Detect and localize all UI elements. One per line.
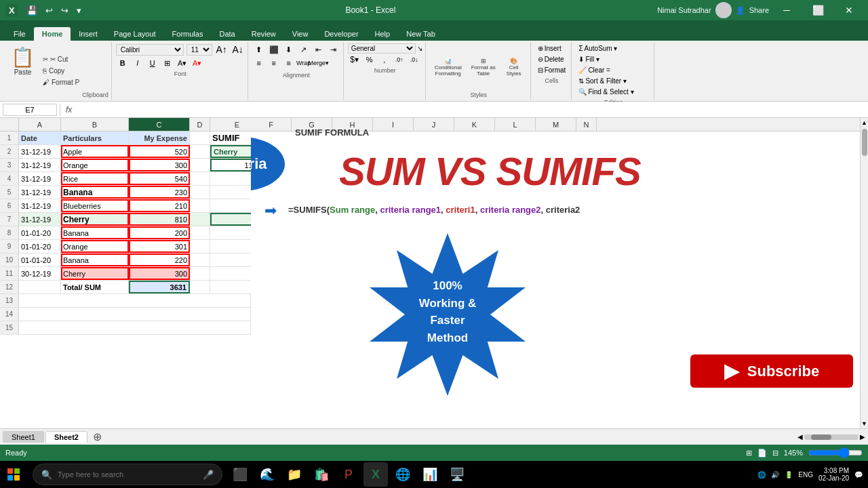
number-format-select[interactable]: General bbox=[348, 43, 416, 54]
cell-c4[interactable]: 540 bbox=[129, 172, 190, 185]
cell-d4[interactable] bbox=[190, 172, 210, 185]
cell-c5[interactable]: 230 bbox=[129, 186, 190, 199]
cell-e1[interactable]: SUMIF bbox=[210, 131, 251, 144]
format-cells-btn[interactable]: ⊟Format bbox=[535, 65, 569, 75]
excel-taskbar-btn[interactable]: X bbox=[363, 462, 388, 487]
hscroll-thumb[interactable] bbox=[811, 434, 831, 440]
cell-b7[interactable]: Cherry bbox=[61, 213, 129, 226]
format-as-table-btn[interactable]: ⊞ Format asTable bbox=[468, 56, 499, 79]
col-header-a[interactable]: A bbox=[19, 118, 61, 131]
number-expand-btn[interactable]: ↘ bbox=[417, 45, 422, 52]
ribbon-tab-help[interactable]: Help bbox=[367, 27, 399, 41]
cell-e6[interactable] bbox=[210, 199, 251, 212]
merge-btn[interactable]: Merge▾ bbox=[312, 57, 326, 69]
ribbon-tab-formulas[interactable]: Formulas bbox=[164, 27, 212, 41]
cell-a11[interactable]: 30-12-19 bbox=[19, 267, 61, 280]
zoom-slider[interactable] bbox=[808, 447, 863, 458]
edge-btn[interactable]: 🌊 bbox=[255, 462, 279, 487]
powerpoint-btn[interactable]: P bbox=[336, 462, 361, 487]
store-btn[interactable]: 🛍️ bbox=[309, 462, 334, 487]
sheet-tab-sheet1[interactable]: Sheet1 bbox=[3, 431, 44, 443]
restore-btn[interactable]: ⬜ bbox=[804, 0, 831, 20]
find-select-btn[interactable]: 🔍Find & Select ▾ bbox=[576, 87, 636, 97]
font-increase-btn[interactable]: A↑ bbox=[215, 43, 229, 56]
copy-btn[interactable]: ⎘Copy bbox=[40, 66, 82, 76]
ribbon-tab-review[interactable]: Review bbox=[243, 27, 284, 41]
sort-filter-btn[interactable]: ⇅Sort & Filter ▾ bbox=[576, 76, 629, 86]
cell-d12[interactable] bbox=[190, 281, 210, 293]
cell-a1[interactable]: Date bbox=[19, 131, 61, 144]
cell-d3[interactable] bbox=[190, 159, 210, 171]
sheet-tab-sheet2[interactable]: Sheet2 bbox=[45, 431, 87, 443]
cell-e3[interactable]: 1110 bbox=[210, 159, 251, 171]
indent-increase-btn[interactable]: ⇥ bbox=[327, 43, 340, 56]
col-header-j[interactable]: J bbox=[414, 118, 454, 131]
italic-btn[interactable]: I bbox=[131, 57, 144, 69]
cell-e5[interactable] bbox=[210, 186, 251, 199]
cell-e4[interactable] bbox=[210, 172, 251, 185]
ribbon-tab-developer[interactable]: Developer bbox=[316, 27, 366, 41]
cell-d10[interactable] bbox=[190, 253, 210, 266]
cell-c11[interactable]: 300 bbox=[129, 267, 190, 280]
minimize-btn[interactable]: ─ bbox=[773, 0, 800, 20]
cell-c2[interactable]: 520 bbox=[129, 145, 190, 158]
name-box[interactable] bbox=[3, 104, 57, 116]
cell-15[interactable] bbox=[19, 321, 251, 334]
cell-b2[interactable]: Apple bbox=[61, 145, 129, 158]
cell-c9[interactable]: 301 bbox=[129, 240, 190, 253]
ribbon-tab-new-tab[interactable]: New Tab bbox=[398, 27, 443, 41]
scroll-thumb[interactable] bbox=[862, 129, 867, 156]
col-header-i[interactable]: I bbox=[373, 118, 414, 131]
align-middle-btn[interactable]: ⬛ bbox=[267, 43, 281, 56]
col-header-f[interactable]: F bbox=[251, 118, 292, 131]
ribbon-tab-home[interactable]: Home bbox=[34, 27, 71, 41]
col-header-k[interactable]: K bbox=[454, 118, 495, 131]
close-btn[interactable]: ✕ bbox=[835, 0, 863, 20]
decrease-decimal-btn[interactable]: .0↓ bbox=[408, 54, 421, 66]
task-view-btn[interactable]: ⬛ bbox=[228, 462, 252, 487]
cell-e2[interactable]: Cherry bbox=[210, 145, 251, 158]
app-btn-8[interactable]: 🖥️ bbox=[445, 462, 469, 487]
cell-e8[interactable] bbox=[210, 226, 251, 239]
cell-c1[interactable]: My Expense bbox=[129, 131, 190, 144]
cell-d1[interactable] bbox=[190, 131, 210, 144]
cell-a8[interactable]: 01-01-20 bbox=[19, 226, 61, 239]
ribbon-tab-insert[interactable]: Insert bbox=[71, 27, 106, 41]
font-color-btn[interactable]: A▾ bbox=[191, 57, 204, 69]
app-btn-7[interactable]: 📊 bbox=[418, 462, 442, 487]
taskbar-search-input[interactable] bbox=[58, 470, 197, 479]
add-sheet-btn[interactable]: ⊕ bbox=[89, 430, 106, 443]
fill-color-btn[interactable]: A▾ bbox=[176, 57, 189, 69]
scroll-left-btn[interactable]: ◀ bbox=[797, 433, 803, 441]
cell-a7[interactable]: 31-12-19 bbox=[19, 213, 61, 226]
taskbar-search[interactable]: 🔍 🎤 bbox=[33, 464, 222, 485]
align-left-btn[interactable]: ≡ bbox=[252, 57, 266, 69]
cell-e7[interactable] bbox=[210, 213, 251, 226]
cell-d2[interactable] bbox=[190, 145, 210, 158]
scroll-up-btn[interactable]: ▲ bbox=[861, 119, 867, 126]
cell-a3[interactable]: 31-12-19 bbox=[19, 159, 61, 171]
horizontal-scrollbar[interactable]: ◀ ▶ bbox=[797, 433, 865, 441]
font-decrease-btn[interactable]: A↓ bbox=[231, 43, 245, 56]
comma-btn[interactable]: , bbox=[378, 54, 391, 66]
cut-btn[interactable]: ✂✂ Cut bbox=[40, 54, 82, 64]
border-btn[interactable]: ⊞ bbox=[161, 57, 174, 69]
ribbon-tab-data[interactable]: Data bbox=[211, 27, 243, 41]
hscroll-track[interactable] bbox=[804, 434, 859, 440]
paste-btn[interactable]: 📋 Paste bbox=[5, 43, 40, 98]
cell-b8[interactable]: Banana bbox=[61, 226, 129, 239]
ribbon-tab-file[interactable]: File bbox=[5, 27, 34, 41]
notification-btn[interactable]: 💬 bbox=[854, 471, 863, 479]
cell-14[interactable] bbox=[19, 308, 251, 321]
network-icon[interactable]: 🌐 bbox=[757, 471, 766, 479]
currency-btn[interactable]: $▾ bbox=[348, 54, 361, 66]
ribbon-tab-page-layout[interactable]: Page Layout bbox=[106, 27, 164, 41]
cell-b10[interactable]: Banana bbox=[61, 253, 129, 266]
col-header-l[interactable]: L bbox=[495, 118, 536, 131]
cell-d9[interactable] bbox=[190, 240, 210, 253]
explorer-btn[interactable]: 📁 bbox=[282, 462, 307, 487]
scroll-right-btn[interactable]: ▶ bbox=[860, 433, 865, 441]
cell-c6[interactable]: 210 bbox=[129, 199, 190, 212]
col-header-d[interactable]: D bbox=[190, 118, 210, 131]
cell-d6[interactable] bbox=[190, 199, 210, 212]
